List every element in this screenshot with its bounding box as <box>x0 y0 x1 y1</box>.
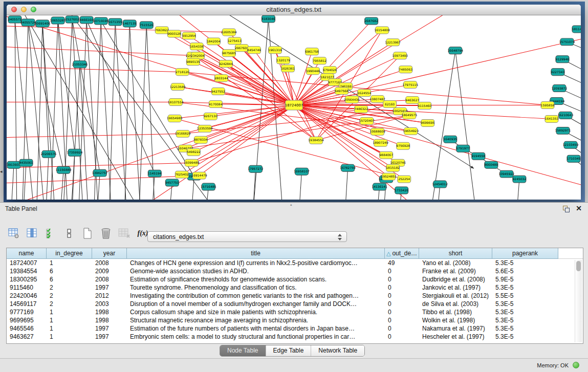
cell-year[interactable]: 2012 <box>92 292 127 300</box>
graph-node[interactable]: 9242844 <box>219 60 233 68</box>
cell-pagerank[interactable]: 5.3E-5 <box>492 283 558 292</box>
row-height-button[interactable] <box>62 227 76 240</box>
graph-node[interactable]: 15720407 <box>359 117 375 124</box>
cell-short[interactable]: Wolkin et al. (1998) <box>419 316 492 324</box>
graph-edge[interactable] <box>28 23 45 200</box>
import-table-button[interactable] <box>118 227 131 240</box>
graph-node[interactable]: 18649575 <box>401 112 417 119</box>
graph-edge[interactable] <box>345 168 348 200</box>
graph-node[interactable]: 15892971 <box>555 127 571 134</box>
cell-short[interactable]: de Silva et al. (2003) <box>419 300 492 308</box>
graph-node[interactable]: 1990448 <box>306 68 320 75</box>
cell-short[interactable]: Hescheler et al. (1997) <box>419 333 492 341</box>
cell-in_degree[interactable]: 2 <box>47 292 92 300</box>
graph-edge[interactable] <box>294 36 581 105</box>
table-vertical-scrollbar[interactable] <box>575 260 582 342</box>
table-row[interactable]: 1830029562008Estimation of significance … <box>7 275 575 283</box>
graph-edge[interactable] <box>42 24 55 200</box>
graph-node[interactable]: 1815182 <box>386 164 400 171</box>
cell-out_degree[interactable]: 0 <box>385 308 419 316</box>
cell-in_degree[interactable]: 2 <box>47 283 92 292</box>
cell-year[interactable]: 2008 <box>92 275 127 283</box>
graph-edge[interactable] <box>42 24 49 154</box>
graph-node[interactable]: 18907249 <box>373 139 388 146</box>
graph-node[interactable]: 9463627 <box>405 97 419 104</box>
graph-edge[interactable] <box>28 23 63 170</box>
cell-out_degree[interactable]: 0 <box>385 275 419 283</box>
table-row[interactable]: 969969511998Structural magnetic resonanc… <box>7 316 575 324</box>
cell-pagerank[interactable]: 5.3E-5 <box>492 259 558 267</box>
graph-node[interactable]: 10973493 <box>392 52 408 59</box>
graph-node[interactable]: 2687682 <box>364 17 378 25</box>
control-panel-collapse-arrow[interactable]: ◂ <box>0 169 3 174</box>
graph-node[interactable]: 20691406 <box>35 20 51 27</box>
graph-node[interactable]: 7515526 <box>140 21 154 29</box>
graph-node[interactable]: 12093872 <box>552 85 568 92</box>
cell-short[interactable]: Franke et al. (2009) <box>419 267 492 275</box>
float-panel-icon[interactable] <box>563 206 570 212</box>
zoom-window-button[interactable] <box>31 7 36 12</box>
cell-out_degree[interactable]: 0 <box>385 292 419 300</box>
graph-node[interactable]: 1275413 <box>228 37 242 45</box>
graph-node[interactable]: 1842004 <box>207 38 221 45</box>
graph-node[interactable]: 16154808 <box>374 27 390 34</box>
column-header-pagerank[interactable]: pagerank <box>492 248 558 259</box>
graph-node[interactable]: 62160 <box>383 101 397 108</box>
column-header-out-degree[interactable]: △out_de… <box>385 248 419 259</box>
graph-node[interactable]: 2405572 <box>8 16 22 23</box>
cell-short[interactable]: Jankovic et al. (1997) <box>419 283 492 292</box>
cell-pagerank[interactable]: 5.3E-5 <box>492 324 558 333</box>
cell-year[interactable]: 1997 <box>92 324 127 333</box>
tab-network-table[interactable]: Network Table <box>311 345 364 356</box>
cell-pagerank[interactable]: 5.6E-5 <box>492 267 558 275</box>
graph-node[interactable]: 1671355 <box>108 18 122 26</box>
graph-node[interactable]: 20206576 <box>41 150 57 158</box>
graph-node[interactable]: 2803144 <box>214 75 228 82</box>
graph-node[interactable]: 7663822 <box>155 27 169 34</box>
graph-node[interactable]: 5498222 <box>187 148 201 156</box>
graph-node[interactable]: 1733426 <box>395 187 408 194</box>
graph-node[interactable]: 9227343 <box>551 69 565 76</box>
table-row[interactable]: 1938455462009Genome-wide association stu… <box>7 267 575 275</box>
graph-edge[interactable] <box>22 23 28 200</box>
graph-node[interactable]: 20564436 <box>344 96 360 103</box>
cell-in_degree[interactable]: 2 <box>47 300 92 308</box>
graph-node[interactable]: 16099489 <box>184 159 200 166</box>
graph-node[interactable]: 21053346 <box>72 61 88 68</box>
cell-in_degree[interactable]: 1 <box>47 333 92 341</box>
column-header-title[interactable]: title <box>127 248 385 259</box>
cell-title[interactable]: Disruption of a novel member of a sodium… <box>127 300 385 308</box>
close-window-button[interactable] <box>11 7 17 12</box>
graph-node[interactable]: 9457751 <box>165 179 179 186</box>
graph-node[interactable]: 12353594 <box>197 125 213 132</box>
cell-out_degree[interactable]: 0 <box>385 267 419 275</box>
graph-node[interactable]: 9245032 <box>513 176 527 183</box>
graph-node[interactable]: 14136141 <box>372 183 387 190</box>
graph-node[interactable]: 12213967 <box>385 39 401 46</box>
graph-node[interactable]: 19654985 <box>167 115 183 122</box>
graph-edge[interactable] <box>58 20 75 152</box>
graph-node[interactable]: 17957272 <box>248 165 264 172</box>
graph-node[interactable]: 19384554 <box>308 137 324 144</box>
table-row[interactable]: 1872400712008Changes of HCN gene express… <box>7 259 575 267</box>
graph-node[interactable]: 10653287 <box>50 17 66 24</box>
cell-in_degree[interactable]: 1 <box>47 324 92 333</box>
graph-node[interactable]: 16914479 <box>191 172 207 179</box>
cell-name[interactable]: 22420046 <box>7 292 47 300</box>
cell-pagerank[interactable]: 5.5E-5 <box>492 292 558 300</box>
cell-pagerank[interactable]: 5.3E-5 <box>492 316 558 324</box>
graph-node[interactable]: 24055724 <box>20 19 36 26</box>
graph-node[interactable]: 12454012 <box>432 181 448 188</box>
cell-title[interactable]: Estimation of significance thresholds fo… <box>127 275 385 283</box>
cell-year[interactable]: 1997 <box>92 333 127 341</box>
graph-node[interactable]: 17975115 <box>402 81 418 89</box>
graph-node[interactable]: 2718126 <box>176 69 189 76</box>
graph-node[interactable]: 10719195 <box>93 17 109 25</box>
graph-node[interactable]: 7485063 <box>399 66 412 73</box>
cell-year[interactable]: 1998 <box>92 308 127 316</box>
graph-node[interactable]: 11156889 <box>56 166 72 173</box>
cell-title[interactable]: Tourette syndrome. Phenomenology and cla… <box>127 283 385 292</box>
cell-name[interactable]: 9465546 <box>7 324 47 333</box>
graph-node[interactable]: 6791977 <box>456 145 470 152</box>
cell-title[interactable]: Estimation of the future numbers of pati… <box>127 324 385 333</box>
